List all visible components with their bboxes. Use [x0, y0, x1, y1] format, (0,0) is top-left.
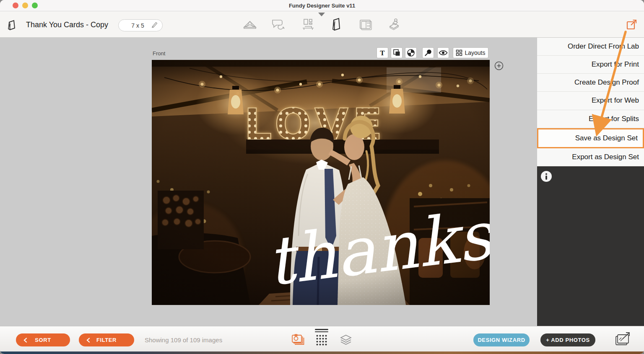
info-icon[interactable]: [540, 171, 552, 182]
chevron-left-icon: [23, 338, 27, 343]
color-wheel-tool-button[interactable]: [405, 47, 417, 58]
layouts-grid-icon: [456, 49, 462, 56]
photo-stack-icon[interactable]: [291, 334, 305, 346]
card-design-module-icon[interactable]: [329, 16, 345, 33]
image-count-status: Showing 109 of 109 images: [145, 333, 222, 346]
add-photos-button[interactable]: + ADD PHOTOS: [540, 333, 595, 346]
menu-item-order-direct-from-lab[interactable]: Order Direct From Lab: [537, 38, 644, 56]
image-brush-module-icon[interactable]: [358, 16, 374, 33]
titlebar: Fundy Designer Suite v11: [0, 0, 644, 11]
filter-button[interactable]: FILTER: [79, 333, 134, 346]
export-images-icon[interactable]: [613, 331, 632, 348]
card-front-preview[interactable]: LOVE LOVE: [152, 60, 490, 305]
bottom-bar: SORT FILTER Showing 109 of 109 images: [0, 326, 644, 351]
menu-item-export-for-print[interactable]: Export for Print: [537, 56, 644, 74]
card-side-label: Front: [153, 50, 165, 57]
menu-item-save-as-design-set[interactable]: Save as Design Set: [537, 128, 644, 148]
sort-button[interactable]: SORT: [16, 333, 70, 346]
pin-tool-button[interactable]: [422, 47, 434, 58]
proofing-module-icon[interactable]: [270, 16, 286, 33]
sort-label: SORT: [35, 337, 51, 343]
toolbar: Thank You Cards - Copy 7 x 5: [0, 12, 644, 38]
menu-item-export-as-design-set[interactable]: Export as Design Set: [537, 148, 644, 166]
menu-item-create-design-proof[interactable]: Create Design Proof: [537, 74, 644, 92]
export-panel-icon[interactable]: [626, 18, 638, 31]
chevron-left-icon: [86, 338, 90, 343]
preview-eye-button[interactable]: [437, 47, 449, 58]
layouts-label: Layouts: [465, 49, 485, 56]
design-wizard-button[interactable]: DESIGN WIZARD: [473, 333, 530, 346]
export-menu: Order Direct From Lab Export for Print C…: [537, 38, 644, 166]
design-wizard-label: DESIGN WIZARD: [478, 337, 525, 343]
info-panel: [537, 166, 644, 326]
app-window: Fundy Designer Suite v11 Thank You Cards…: [0, 0, 644, 354]
text-tool-button[interactable]: T: [377, 47, 388, 58]
thumbnail-strip-edge: [0, 351, 644, 354]
export-sidebar: Order Direct From Lab Export for Print C…: [537, 38, 644, 326]
add-photos-label: + ADD PHOTOS: [546, 337, 589, 343]
layers-stack-icon[interactable]: [340, 334, 352, 346]
filter-label: FILTER: [96, 337, 117, 343]
album-design-module-icon[interactable]: [242, 16, 258, 33]
stamp-module-icon[interactable]: [386, 16, 402, 33]
thumbnail-drawer-handle[interactable]: [315, 329, 328, 333]
design-canvas: Front: [0, 38, 537, 326]
layers-tool-button[interactable]: [391, 47, 402, 58]
menu-item-export-for-splits[interactable]: Export for Splits: [537, 110, 644, 128]
wall-art-module-icon[interactable]: [300, 16, 316, 33]
module-switcher: [0, 12, 644, 38]
text-tool-label: T: [380, 49, 384, 57]
zoom-in-button[interactable]: [494, 61, 504, 70]
menu-item-export-for-web[interactable]: Export for Web: [537, 92, 644, 110]
window-title: Fundy Designer Suite v11: [0, 0, 644, 11]
layouts-button[interactable]: Layouts: [453, 47, 488, 58]
thumbnail-grid-icon[interactable]: [315, 334, 328, 346]
